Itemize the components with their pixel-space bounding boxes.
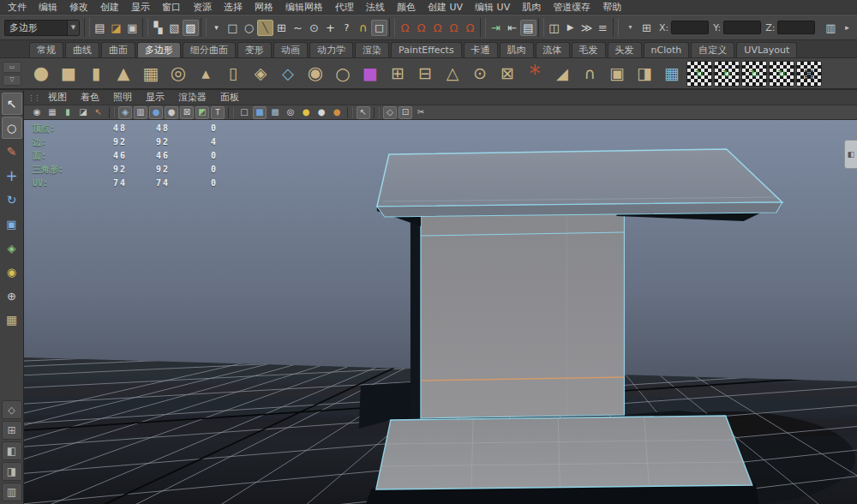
panel-menu-5[interactable]: 渲染器 [171,91,213,104]
soft-modification-tool-icon[interactable]: ◉ [2,261,22,283]
lock-icon[interactable]: ∩ [355,20,371,36]
fill-hole-icon[interactable]: △ [440,61,465,87]
paint-select-tool-icon[interactable]: ✎ [2,141,22,163]
bookmark-icon[interactable]: ▮ [61,106,75,119]
select-camera-icon[interactable]: ◉ [30,106,44,119]
group-separator[interactable] [538,18,544,37]
select-circle-icon[interactable]: ○ [241,20,257,36]
default-light-icon[interactable]: ● [315,106,328,119]
frame-box-icon[interactable]: ⊡ [399,106,412,119]
scene[interactable]: 顶点:48480边:92924面:46460三角形:92920UV:74740 … [24,120,857,504]
checker-gate-icon[interactable]: ⊠ [180,106,194,119]
pillar-base[interactable] [376,416,752,489]
shelf-tab-3[interactable]: 曲面 [101,42,135,57]
smooth-sphere-icon[interactable]: ◉ [303,61,328,87]
shelf-tab-painteffects[interactable]: PaintEffects [391,42,462,57]
shaded-sphere-icon[interactable]: ● [149,106,163,119]
shelf-tab-4[interactable]: 多边形 [137,42,181,57]
menu-item-18[interactable]: 帮助 [596,0,627,15]
sculpt-faces-icon[interactable]: ◇ [275,61,301,87]
layout-outliner-pane-icon[interactable]: ◧ [2,441,22,460]
film-gate-icon[interactable]: ▥ [134,106,147,119]
layout-single-pane-icon[interactable]: ◇ [2,400,22,419]
layout-four-pane-icon[interactable]: ⊞ [2,421,22,440]
image-plane-icon[interactable]: ◪ [76,106,90,119]
layout-split-pane-icon[interactable]: ◨ [2,462,22,481]
group-separator[interactable] [109,107,115,118]
shelf-menu-button[interactable]: ▽ [3,75,21,86]
menu-item-11[interactable]: 代理 [329,0,360,15]
group-separator[interactable] [228,107,234,118]
panel-overflow-icon[interactable]: ▸ [839,20,855,36]
quad-draw-icon[interactable]: ▦ [659,61,685,87]
shelf-tab-15[interactable]: 头发 [608,42,642,57]
last-tool-used-icon[interactable]: ▦ [2,309,22,331]
pillar-shaft[interactable] [421,211,624,418]
chevron-collapse-icon[interactable]: ▾ [208,20,225,36]
menu-item-3[interactable]: 修改 [63,0,94,15]
poly-cone-icon[interactable]: ▲ [111,61,136,87]
mirror-geometry-icon[interactable]: ◨ [632,61,657,87]
poly-platonic-icon[interactable]: ◈ [248,61,273,87]
menu-item-4[interactable]: 创建 [94,0,125,15]
menu-item-uv[interactable]: 创建 UV [422,0,469,15]
bridge-icon[interactable]: ∩ [577,61,602,87]
poly-cube-icon[interactable]: ■ [56,61,81,87]
x-coordinate-input[interactable] [671,21,709,34]
panel-menu-6[interactable]: 面板 [213,91,246,104]
group-separator[interactable] [347,107,353,118]
textured-cube-icon[interactable]: ▩ [268,106,282,119]
open-scene-icon[interactable]: ◪ [108,20,124,36]
dropdown-arrow-icon[interactable]: ▾ [622,20,638,36]
shelf-tab-11[interactable]: 卡通 [464,42,498,57]
shelf-tab-2[interactable]: 曲线 [65,42,99,57]
menu-item-5[interactable]: 显示 [125,0,156,15]
select-component-icon[interactable]: ▨ [183,20,199,36]
menu-item-uv[interactable]: 编辑 UV [469,0,516,15]
poly-plane-icon[interactable]: ▦ [138,61,164,87]
panel-menu-2[interactable]: 着色 [74,91,106,104]
uv-editor-icon[interactable]: ▦ [796,61,822,87]
reduce-sphere-icon[interactable]: ○ [330,61,356,87]
shelf-tab-14[interactable]: 毛发 [572,42,606,57]
menu-item-9[interactable]: 网格 [249,0,279,15]
new-scene-icon[interactable]: ▤ [92,20,108,36]
share-panel-icon[interactable]: ✂ [414,106,428,119]
move-tool-icon[interactable]: + [2,165,22,187]
select-object-icon[interactable]: ▧ [166,20,183,36]
construction-history-icon[interactable]: ▤ [520,20,536,36]
poly-cylinder-icon[interactable]: ▮ [83,61,109,87]
ipr-render-icon[interactable]: ≫ [578,20,595,36]
snap-point-icon[interactable]: Ω [429,20,446,36]
shelf-tab-7[interactable]: 动画 [273,42,308,57]
poly-pyramid-icon[interactable]: ▴ [193,61,219,87]
channel-box-toggle-icon[interactable]: ▥ [823,20,839,36]
select-tool-icon[interactable]: ↖ [2,93,22,115]
menu-item-17[interactable]: 管道缓存 [547,0,596,15]
camera-attributes-icon[interactable]: ▦ [45,106,59,119]
shelf-tab-uvlayout[interactable]: UVLayout [736,42,797,57]
menu-item-10[interactable]: 编辑网格 [279,0,329,15]
wireframe-cube-icon[interactable]: □ [237,106,251,119]
uv-spherical-mapping-icon[interactable]: ↻ [741,61,767,87]
panel-menu-1[interactable]: 视图 [41,91,74,104]
center-pivot-icon[interactable]: ⊙ [306,20,322,36]
merge-vertices-icon[interactable]: ⊙ [467,61,493,87]
side-panel-tab[interactable]: ◧ [844,140,857,169]
no-lights-icon[interactable]: ● [330,106,344,119]
group-separator[interactable] [84,18,90,37]
uv-planar-mapping-icon[interactable]: ↻ [686,61,712,87]
two-d-pan-icon[interactable]: ↖ [92,106,105,119]
select-blocks-icon[interactable]: ⊞ [273,20,290,36]
panel-menu-4[interactable]: 显示 [139,91,171,104]
group-separator[interactable] [389,18,395,37]
poly-sphere-icon[interactable]: ● [28,61,54,87]
highlight-line-icon[interactable]: ╲ [257,20,273,36]
help-icon[interactable]: ? [339,20,355,36]
menu-item-8[interactable]: 选择 [218,0,249,15]
group-separator[interactable] [142,18,148,37]
combine-icon[interactable]: ⊞ [385,61,411,87]
grease-pencil-icon[interactable]: ◈ [118,106,132,119]
group-separator[interactable] [480,18,486,37]
menu-item-13[interactable]: 颜色 [391,0,422,15]
